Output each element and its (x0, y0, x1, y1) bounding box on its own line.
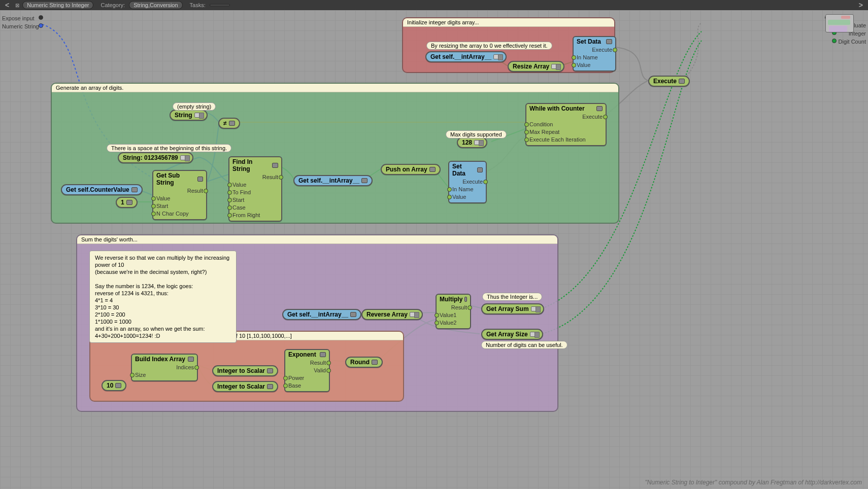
port-in-name[interactable]: In Name (577, 54, 612, 61)
minimap[interactable] (825, 14, 854, 32)
node-get-intarray-2[interactable]: Get self.__intArray__ (293, 175, 373, 186)
node-get-intarray-3[interactable]: Get self.__intArray__ (282, 309, 361, 320)
port-power[interactable]: Power (288, 374, 326, 382)
node-icon (126, 200, 132, 205)
node-resize-array[interactable]: Resize Array (508, 61, 564, 72)
group-sum-title: Sum the digits' worth... (77, 235, 557, 244)
tooltip-max-digits: Max digits supported (446, 130, 507, 138)
node-exponent[interactable]: Exponent Result Valid Power Base (284, 349, 330, 392)
node-get-array-size[interactable]: Get Array Size (481, 329, 543, 340)
nav-forward-icon[interactable]: > (856, 1, 866, 9)
port-tofind[interactable]: To Find (232, 189, 278, 196)
node-icon (229, 121, 235, 126)
node-icon (596, 106, 603, 111)
node-canvas[interactable]: Expose input Numeric String Evaluate Int… (0, 10, 868, 489)
port-start[interactable]: Start (232, 196, 278, 204)
topbar: < ⊠ Numeric String to Integer Category: … (0, 0, 868, 10)
port-fromright[interactable]: From Right (232, 212, 278, 219)
node-get-array-sum[interactable]: Get Array Sum (481, 303, 544, 315)
category-field[interactable]: String,Conversion (129, 1, 182, 9)
port-numeric-string-dot[interactable] (39, 23, 43, 28)
node-icon (464, 297, 467, 302)
node-find-in-string[interactable]: Find In String Result Value To Find Star… (228, 156, 282, 222)
node-get-countervalue[interactable]: Get self.CounterValue (61, 184, 143, 195)
port-result[interactable]: Result (232, 173, 278, 181)
port-maxrepeat[interactable]: Max Repeat (529, 128, 603, 136)
node-icon (361, 178, 368, 183)
tasks-field[interactable] (210, 4, 230, 6)
port-execute[interactable]: Execute (452, 178, 483, 186)
port-result[interactable]: Result (440, 304, 467, 311)
tooltip-reset: By resizing the array to 0 we effectivel… (426, 42, 552, 50)
port-value2[interactable]: Value2 (440, 319, 467, 327)
node-icon (131, 187, 138, 192)
port-execute[interactable]: Execute (577, 46, 612, 54)
port-execute[interactable]: Execute (529, 113, 603, 121)
port-value[interactable]: Value (156, 195, 203, 202)
node-const-1[interactable]: 1 (116, 197, 138, 208)
node-int-to-scalar-2[interactable]: Integer to Scalar (212, 381, 278, 392)
node-const-128[interactable]: 128 (457, 137, 487, 148)
port-base[interactable]: Base (288, 382, 326, 390)
tooltip-num-digits: Number of digits can be useful. (481, 341, 567, 349)
port-value[interactable]: Value (232, 181, 278, 189)
node-set-data-2[interactable]: Set Data Execute In Name Value (448, 161, 487, 203)
node-build-index-array[interactable]: Build Index Array Indices Size (131, 354, 198, 381)
node-icon (410, 312, 418, 317)
node-multiply[interactable]: Multiply Result Value1 Value2 (436, 294, 471, 329)
node-icon (679, 79, 685, 84)
node-while-with-counter[interactable]: While with Counter Execute Condition Max… (525, 103, 607, 146)
node-icon (267, 384, 273, 389)
group-initialize-title: Initialize integer digits array... (403, 18, 614, 27)
node-execute[interactable]: Execute (648, 76, 690, 87)
port-expose-input-dot[interactable] (39, 15, 43, 20)
port-indices[interactable]: Indices (135, 364, 194, 371)
node-string-digits[interactable]: String: 0123456789 (118, 152, 193, 163)
node-icon (188, 357, 194, 362)
node-const-10[interactable]: 10 (102, 380, 126, 391)
nav-back-icon[interactable]: < (2, 1, 12, 9)
port-size[interactable]: Size (135, 371, 194, 379)
port-valid[interactable]: Valid (288, 367, 326, 374)
node-set-data-1[interactable]: Set Data Execute In Name Value (573, 36, 616, 72)
port-condition[interactable]: Condition (529, 121, 603, 128)
category-label: Category: (96, 2, 126, 8)
port-case[interactable]: Case (232, 204, 278, 212)
node-get-sub-string[interactable]: Get Sub String Result Value Start N Char… (152, 170, 207, 220)
node-icon (272, 163, 278, 168)
credit-text: "Numeric String to Integer" compound by … (645, 479, 862, 486)
port-value1[interactable]: Value1 (440, 311, 467, 319)
node-icon (180, 155, 188, 160)
port-digitcount-dot[interactable] (832, 39, 837, 43)
tasks-label: Tasks: (186, 2, 207, 8)
node-icon (320, 352, 326, 357)
port-value[interactable]: Value (577, 61, 612, 69)
node-string-empty[interactable]: String (170, 110, 208, 121)
port-start[interactable]: Start (156, 202, 203, 210)
group-generate-title: Generate an array of digits. (52, 84, 618, 92)
node-get-intarray-1[interactable]: Get self.__intArray__ (425, 51, 507, 62)
port-exec-each[interactable]: Execute Each Iteration (529, 136, 603, 144)
node-int-to-scalar-1[interactable]: Integer to Scalar (212, 365, 278, 376)
tooltip-empty-string: (empty string) (173, 102, 216, 111)
port-digitcount-label: Digit Count (839, 39, 866, 45)
node-icon (197, 177, 203, 182)
node-round[interactable]: Round (345, 357, 383, 368)
port-expose-input-label: Expose input (2, 15, 35, 21)
note-explanation: We reverse it so that we can multiply by… (89, 251, 237, 343)
port-result[interactable]: Result (156, 187, 203, 195)
node-icon (530, 332, 538, 337)
node-push-on-array[interactable]: Push on Array (381, 164, 441, 175)
port-value[interactable]: Value (452, 193, 483, 201)
compound-name-field[interactable]: Numeric String to Integer (22, 1, 93, 9)
port-numeric-string-label: Numeric String (2, 23, 39, 29)
port-ncharcopy[interactable]: N Char Copy (156, 210, 203, 218)
node-icon (551, 64, 559, 69)
node-icon (372, 360, 378, 365)
port-in-name[interactable]: In Name (452, 186, 483, 193)
port-result[interactable]: Result (288, 359, 326, 367)
node-reverse-array[interactable]: Reverse Array (361, 309, 423, 320)
close-icon[interactable]: ⊠ (15, 3, 19, 8)
node-icon (474, 140, 482, 145)
node-not-equal[interactable]: ≠ (218, 118, 240, 129)
